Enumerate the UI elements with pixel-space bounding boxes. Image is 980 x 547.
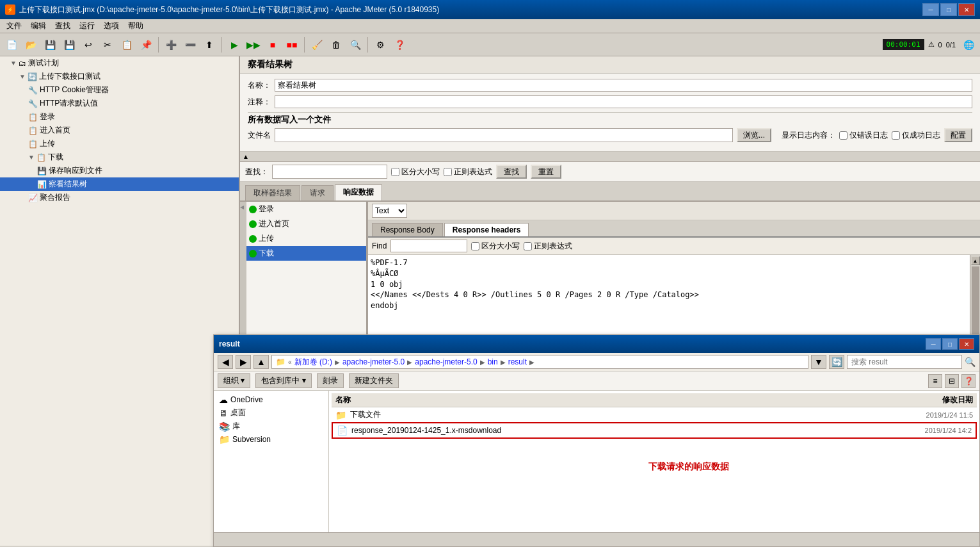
response-find-input[interactable]: [390, 240, 467, 252]
fe-view-detail-btn[interactable]: ⊟: [945, 374, 959, 388]
result-item-homepage[interactable]: 进入首页: [246, 216, 366, 231]
browse-button[interactable]: 浏览...: [737, 128, 771, 142]
run-button[interactable]: ▶: [225, 36, 243, 54]
scroll-up-btn[interactable]: ▲: [971, 256, 980, 265]
menu-file[interactable]: 文件: [3, 19, 26, 33]
new-button[interactable]: 📄: [3, 36, 20, 54]
fe-path-result[interactable]: result: [508, 357, 527, 366]
main-toolbar: 📄 📂 💾 💾 ↩ ✂ 📋 📌 ➕ ➖ ⬆ ▶ ▶▶ ■ ■■ 🧹 🗑 🔍 ⚙ …: [0, 33, 980, 56]
comment-input[interactable]: [275, 95, 972, 108]
regex-checkbox[interactable]: [444, 168, 452, 176]
fe-include-btn[interactable]: 包含到库中 ▾: [255, 373, 311, 388]
tree-item-homepage[interactable]: 📋 进入首页: [0, 124, 239, 137]
fe-forward-btn[interactable]: ▶: [236, 355, 251, 369]
tab-request[interactable]: 请求: [301, 185, 333, 200]
tree-item-cookie[interactable]: 🔧 HTTP Cookie管理器: [0, 83, 239, 97]
fe-onedrive[interactable]: ☁ OneDrive: [216, 393, 326, 406]
fe-new-folder-btn[interactable]: 新建文件夹: [349, 373, 399, 388]
tree-item-upload[interactable]: 📋 上传: [0, 137, 239, 151]
separator-2: [221, 37, 222, 53]
clear-button[interactable]: 🧹: [308, 36, 326, 54]
tree-item-test-plan[interactable]: ▼ 🔄 上传下载接口测试: [0, 70, 239, 83]
save-as-button[interactable]: 💾: [60, 36, 78, 54]
remove-button[interactable]: ➖: [181, 36, 199, 54]
paste-button[interactable]: 📌: [137, 36, 155, 54]
fe-maximize-btn[interactable]: □: [942, 338, 958, 350]
case-sensitive-checkbox[interactable]: [391, 168, 399, 176]
settings-button[interactable]: ⚙: [371, 36, 389, 54]
tree-item-login[interactable]: 📋 登录: [0, 110, 239, 124]
menu-run[interactable]: 运行: [76, 19, 99, 33]
tab-response-headers[interactable]: Response headers: [444, 223, 529, 236]
reset-button[interactable]: 重置: [531, 165, 561, 179]
tab-sampler-result[interactable]: 取样器结果: [245, 185, 300, 200]
fe-folder-download[interactable]: 📁 下载文件 2019/1/24 11:5: [332, 407, 977, 422]
fe-file-date-resp: 2019/1/24 14:2: [882, 427, 972, 434]
stop-all-button[interactable]: ■■: [283, 36, 301, 54]
fe-file-response[interactable]: 📄 response_20190124-1425_1.x-msdownload …: [332, 422, 977, 439]
search-input[interactable]: [272, 165, 387, 179]
error-only-checkbox[interactable]: [839, 131, 847, 140]
fe-refresh-btn[interactable]: 🔄: [829, 355, 844, 369]
fe-dropdown-btn[interactable]: ▼: [811, 355, 826, 369]
help-btn[interactable]: ❓: [390, 36, 408, 54]
fe-path-jmeter2[interactable]: apache-jmeter-5.0: [415, 357, 477, 366]
fe-search-input[interactable]: [847, 355, 962, 369]
result-item-download[interactable]: 下载: [246, 246, 366, 261]
fe-path-bar[interactable]: 📁 « 新加卷 (D:) ▶ apache-jmeter-5.0 ▶ apach…: [271, 355, 808, 369]
save-button[interactable]: 💾: [41, 36, 59, 54]
tree-item-download[interactable]: ▼ 📋 下载: [0, 151, 239, 164]
comment-row: 注释：: [248, 95, 972, 108]
cut-button[interactable]: ✂: [99, 36, 116, 54]
fe-up-btn[interactable]: ▲: [253, 355, 269, 369]
menu-edit[interactable]: 编辑: [27, 19, 50, 33]
move-up-button[interactable]: ⬆: [200, 36, 218, 54]
fe-organize-btn[interactable]: 组织 ▾: [218, 373, 250, 388]
fe-path-bin[interactable]: bin: [488, 357, 498, 366]
copy-button[interactable]: 📋: [118, 36, 136, 54]
section-divider: 所有数据写入一个文件: [248, 112, 972, 126]
tree-item-view-result[interactable]: 📊 察看结果树: [0, 177, 239, 191]
menu-help[interactable]: 帮助: [124, 19, 147, 33]
name-input[interactable]: [275, 79, 972, 92]
success-only-checkbox[interactable]: [892, 131, 900, 140]
fe-burn-btn[interactable]: 刻录: [317, 373, 344, 388]
run-all-button[interactable]: ▶▶: [245, 36, 262, 54]
stop-button[interactable]: ■: [264, 36, 282, 54]
search-button[interactable]: 查找: [496, 165, 527, 179]
menu-find[interactable]: 查找: [51, 19, 74, 33]
config-button[interactable]: 配置: [944, 128, 972, 142]
fe-path-drive[interactable]: 新加卷 (D:): [294, 357, 332, 368]
close-button[interactable]: ✕: [958, 3, 975, 16]
fe-view-list-btn[interactable]: ≡: [928, 374, 942, 388]
maximize-button[interactable]: □: [940, 3, 957, 16]
fe-minimize-btn[interactable]: ─: [926, 338, 941, 350]
case-checkbox-2-input[interactable]: [471, 242, 479, 250]
file-input[interactable]: [275, 128, 733, 142]
menu-options[interactable]: 选项: [100, 19, 123, 33]
fe-path-jmeter1[interactable]: apache-jmeter-5.0: [342, 357, 405, 366]
status-button[interactable]: 🌐: [960, 36, 977, 54]
fe-desktop[interactable]: 🖥 桌面: [216, 406, 326, 420]
minimize-button[interactable]: ─: [922, 3, 939, 16]
tree-item-aggregate[interactable]: 📈 聚合报告: [0, 191, 239, 204]
open-button[interactable]: 📂: [22, 36, 40, 54]
regex-checkbox-2-input[interactable]: [524, 242, 532, 250]
tab-response-body[interactable]: Response Body: [372, 223, 443, 236]
result-item-login[interactable]: 登录: [246, 202, 366, 216]
tab-response-data[interactable]: 响应数据: [335, 184, 382, 200]
tree-item-plan[interactable]: ▼ 🗂 测试计划: [0, 56, 239, 70]
fe-close-btn[interactable]: ✕: [959, 338, 974, 350]
tree-item-defaults[interactable]: 🔧 HTTP请求默认值: [0, 97, 239, 110]
search-button[interactable]: 🔍: [346, 36, 364, 54]
fe-subversion[interactable]: 📁 Subversion: [216, 433, 326, 446]
result-item-upload[interactable]: 上传: [246, 231, 366, 246]
add-button[interactable]: ➕: [162, 36, 180, 54]
fe-library[interactable]: 📚 库: [216, 420, 326, 433]
clear-all-button[interactable]: 🗑: [327, 36, 345, 54]
tree-item-save-response[interactable]: 💾 保存响应到文件: [0, 164, 239, 177]
revert-button[interactable]: ↩: [79, 36, 97, 54]
format-dropdown[interactable]: Text HTML JSON XML: [372, 204, 407, 218]
fe-back-btn[interactable]: ◀: [218, 355, 233, 369]
fe-view-help-btn[interactable]: ❓: [961, 374, 976, 388]
